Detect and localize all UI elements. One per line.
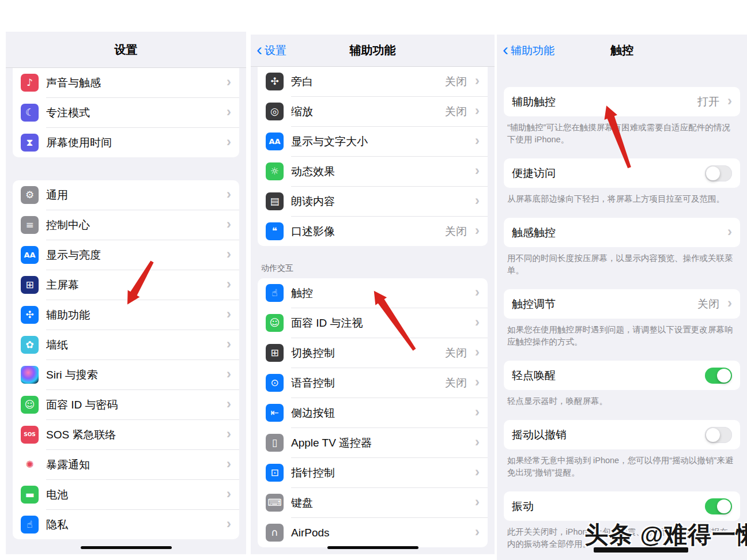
exposure-icon: ✺ xyxy=(21,456,39,474)
page-title: 辅助功能 xyxy=(350,43,396,58)
quote-bubble-icon: ❝ xyxy=(266,222,284,240)
row-label: 隐私 xyxy=(46,517,218,532)
row-value: 打开 xyxy=(697,94,719,109)
voice-face-icon: ⊙ xyxy=(266,374,284,392)
toggle-reachability[interactable] xyxy=(705,165,732,181)
watermark: 头条 @难得一懒 xyxy=(584,519,747,551)
row-side-button[interactable]: ⇤侧边按钮› xyxy=(258,398,488,427)
settings-group: 便捷访问 xyxy=(504,158,740,188)
row-airpods[interactable]: ∩AirPods› xyxy=(258,518,488,547)
row-haptic-touch[interactable]: 触感触控› xyxy=(504,218,740,247)
row-sound-haptics[interactable]: ♪声音与触感› xyxy=(13,68,239,97)
chevron-right-icon: › xyxy=(475,194,480,207)
chevron-right-icon: › xyxy=(475,435,480,449)
section-label: 动作交互 xyxy=(261,263,484,274)
row-value: 关闭 xyxy=(697,297,719,312)
row-label: 键盘 xyxy=(291,495,467,510)
toggle-vibration[interactable] xyxy=(705,498,732,514)
settings-group: ♪声音与触感›☾专注模式›⧗屏幕使用时间› xyxy=(13,68,239,157)
row-home-screen[interactable]: ⊞主屏幕› xyxy=(13,270,239,300)
settings-group: ☝触控›☺面容 ID 与注视›⊞切换控制关闭›⊙语音控制关闭›⇤侧边按钮›▯Ap… xyxy=(258,278,488,547)
chevron-right-icon: › xyxy=(227,105,231,119)
row-label: 电池 xyxy=(46,487,218,502)
chevron-left-icon: ‹ xyxy=(256,41,262,58)
remote-icon: ▯ xyxy=(266,434,284,452)
toggle-knob xyxy=(706,428,720,442)
row-control-center[interactable]: ≡控制中心› xyxy=(13,210,239,240)
row-voice-control[interactable]: ⊙语音控制关闭› xyxy=(258,368,488,398)
row-focus-mode[interactable]: ☾专注模式› xyxy=(13,98,239,127)
row-tap-to-wake[interactable]: 轻点唤醒 xyxy=(504,361,740,390)
row-face-id-passcode[interactable]: ☺面容 ID 与密码› xyxy=(13,390,239,419)
screenshot-canvas: 设置 ♪声音与触感›☾专注模式›⧗屏幕使用时间›⚙通用›≡控制中心›AA显示与亮… xyxy=(0,0,747,560)
row-label: 动态效果 xyxy=(291,164,467,179)
toggle-knob xyxy=(717,500,731,513)
settings-list: ♪声音与触感›☾专注模式›⧗屏幕使用时间›⚙通用›≡控制中心›AA显示与亮度›⊞… xyxy=(6,68,246,539)
row-battery[interactable]: ▬电池› xyxy=(13,480,239,509)
toggle-shake-to-undo[interactable] xyxy=(705,427,732,443)
settings-list: ✣旁白关闭›◎缩放关闭›AA显示与文字大小›☼动态效果›▤朗读内容›❝口述影像关… xyxy=(251,67,495,547)
back-button[interactable]: ‹ 设置 xyxy=(256,42,286,59)
chevron-right-icon: › xyxy=(475,285,480,299)
row-shake-to-undo[interactable]: 摇动以撤销 xyxy=(504,420,740,449)
home-indicator[interactable] xyxy=(81,546,172,549)
row-zoom[interactable]: ◎缩放关闭› xyxy=(258,97,488,126)
toggle-tap-to-wake[interactable] xyxy=(705,368,732,384)
row-vibration[interactable]: 振动 xyxy=(504,491,740,521)
row-label: 触感触控 xyxy=(512,225,719,240)
row-switch-control[interactable]: ⊞切换控制关闭› xyxy=(258,338,488,368)
row-exposure-notifications[interactable]: ✺暴露通知› xyxy=(13,450,239,479)
row-value: 关闭 xyxy=(445,346,467,361)
settings-group: 触控调节关闭› xyxy=(504,289,740,319)
row-wallpaper[interactable]: ✿墙纸› xyxy=(13,330,239,360)
row-screen-time[interactable]: ⧗屏幕使用时间› xyxy=(13,128,239,157)
row-label: 面容 ID 与注视 xyxy=(291,316,467,331)
back-button[interactable]: ‹ 辅助功能 xyxy=(503,42,554,59)
row-label: 语音控制 xyxy=(291,376,437,391)
row-display-brightness[interactable]: AA显示与亮度› xyxy=(13,240,239,270)
row-spoken-content[interactable]: ▤朗读内容› xyxy=(258,187,488,216)
row-apple-tv-remote[interactable]: ▯Apple TV 遥控器› xyxy=(258,428,488,457)
chevron-right-icon: › xyxy=(475,104,480,118)
row-keyboard[interactable]: ⌨键盘› xyxy=(258,488,488,517)
row-accessibility[interactable]: ✣辅助功能› xyxy=(13,300,239,330)
row-label: AirPods xyxy=(291,527,467,539)
row-value: 关闭 xyxy=(445,224,467,239)
row-touch-accommodations[interactable]: 触控调节关闭› xyxy=(504,289,740,319)
group-footer: 从屏幕底部边缘向下轻扫，将屏幕上方项目拉至可及范围。 xyxy=(507,193,735,205)
speech-bubble-icon: ▤ xyxy=(266,192,284,210)
back-label: 辅助功能 xyxy=(511,43,554,58)
row-voiceover[interactable]: ✣旁白关闭› xyxy=(258,67,488,96)
toggles-icon: ≡ xyxy=(21,216,39,234)
row-privacy[interactable]: ☝隐私› xyxy=(13,510,239,539)
row-label: Siri 与搜索 xyxy=(46,368,218,383)
row-general[interactable]: ⚙通用› xyxy=(13,180,239,210)
chevron-right-icon: › xyxy=(227,307,231,321)
row-siri-search[interactable]: Siri 与搜索› xyxy=(13,360,239,389)
row-label: 口述影像 xyxy=(291,224,437,239)
chevron-right-icon: › xyxy=(475,375,480,389)
row-label: 便捷访问 xyxy=(512,166,697,181)
chevron-right-icon: › xyxy=(475,315,480,329)
nav-bar: 设置 xyxy=(6,32,246,68)
chevron-right-icon: › xyxy=(227,367,231,381)
row-assistivetouch[interactable]: 辅助触控打开› xyxy=(504,87,740,116)
chevron-right-icon: › xyxy=(727,296,732,310)
row-reachability[interactable]: 便捷访问 xyxy=(504,158,740,188)
chevron-right-icon: › xyxy=(475,224,480,237)
home-indicator[interactable] xyxy=(327,546,418,549)
row-label: 显示与文字大小 xyxy=(291,134,467,149)
row-touch[interactable]: ☝触控› xyxy=(258,278,488,308)
row-face-id-attention[interactable]: ☺面容 ID 与注视› xyxy=(258,308,488,338)
row-audio-descriptions[interactable]: ❝口述影像关闭› xyxy=(258,217,488,246)
row-pointer-control[interactable]: ⊡指针控制› xyxy=(258,458,488,487)
face-id-icon: ☺ xyxy=(266,314,284,332)
flower-icon: ✿ xyxy=(21,336,39,354)
row-sos-emergency[interactable]: SOSSOS 紧急联络› xyxy=(13,420,239,449)
row-value: 关闭 xyxy=(445,104,467,119)
row-motion[interactable]: ☼动态效果› xyxy=(258,157,488,186)
touch-panel: ‹ 辅助功能 触控 辅助触控打开›“辅助触控”可让您在触摸屏幕有困难或需要自适应… xyxy=(497,35,747,560)
row-display-text-size[interactable]: AA显示与文字大小› xyxy=(258,127,488,156)
toggle-knob xyxy=(717,369,731,383)
switch-grid-icon: ⊞ xyxy=(266,344,284,362)
